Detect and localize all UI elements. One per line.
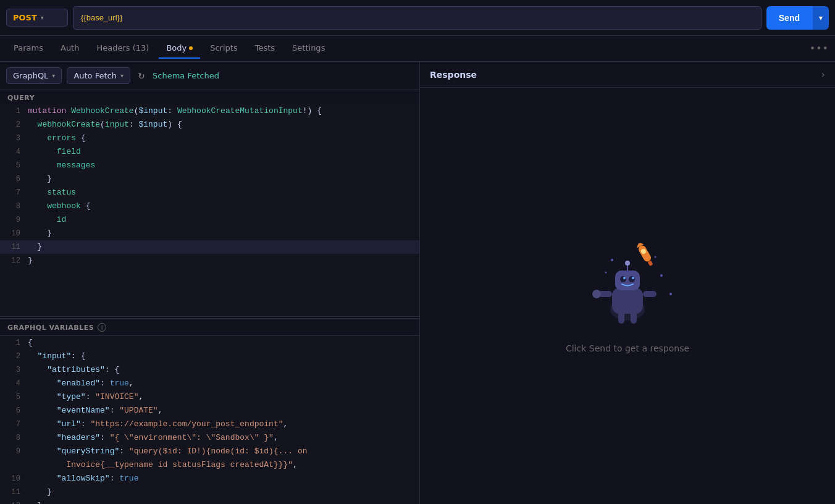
tab-tests[interactable]: Tests — [248, 38, 282, 59]
response-title: Response — [430, 70, 477, 80]
tab-settings-label: Settings — [292, 43, 325, 52]
robot-illustration — [575, 238, 680, 331]
schema-fetched-label: Schema Fetched — [153, 71, 219, 80]
query-line-9: 9 id — [0, 213, 419, 227]
auto-fetch-button[interactable]: Auto Fetch ▾ — [67, 67, 130, 84]
query-editor[interactable]: 1 mutation WebhookCreate($input: Webhook… — [0, 104, 419, 316]
svg-rect-5 — [643, 291, 657, 297]
tab-settings[interactable]: Settings — [285, 38, 332, 59]
auto-fetch-label: Auto Fetch — [73, 71, 117, 80]
var-line-1: 1 { — [0, 336, 419, 350]
svg-point-8 — [620, 276, 626, 282]
query-line-2: 2 webhookCreate(input: $input) { — [0, 118, 419, 132]
main-area: GraphQL ▾ Auto Fetch ▾ ↻ Schema Fetched … — [0, 62, 835, 504]
query-line-1: 1 mutation WebhookCreate($input: Webhook… — [0, 104, 419, 118]
svg-point-21 — [669, 293, 672, 295]
query-line-10: 10 } — [0, 227, 419, 240]
tab-scripts[interactable]: Scripts — [203, 38, 245, 59]
send-dropdown-button[interactable]: ▾ — [812, 6, 829, 30]
svg-point-19 — [655, 256, 657, 258]
tabs-more-button[interactable]: ••• — [810, 43, 829, 54]
click-send-label: Click Send to get a response — [566, 343, 689, 353]
var-line-9a: 9 "queryString": "query($id: ID!){node(i… — [0, 445, 419, 458]
svg-rect-7 — [615, 271, 640, 290]
response-expand-icon[interactable]: › — [821, 69, 825, 80]
var-line-4: 4 "enabled": true, — [0, 377, 419, 390]
var-line-12: 12 } — [0, 499, 419, 504]
variables-label: GRAPHQL VARIABLES — [7, 324, 94, 332]
send-button[interactable]: Send — [766, 6, 812, 30]
svg-rect-3 — [612, 288, 643, 314]
query-section-label: QUERY — [0, 90, 419, 104]
query-line-8: 8 webhook { — [0, 200, 419, 213]
response-header: Response › — [420, 62, 835, 88]
var-line-2: 2 "input": { — [0, 350, 419, 363]
body-toolbar: GraphQL ▾ Auto Fetch ▾ ↻ Schema Fetched — [0, 62, 419, 90]
url-input[interactable] — [73, 6, 762, 30]
var-line-6: 6 "eventName": "UPDATE", — [0, 404, 419, 418]
query-line-3: 3 errors { — [0, 132, 419, 145]
query-line-6: 6 } — [0, 172, 419, 186]
auto-fetch-chevron-icon: ▾ — [120, 72, 124, 79]
tab-body-label: Body — [166, 43, 187, 52]
variables-editor[interactable]: 1 { 2 "input": { 3 "attributes": { 4 "en… — [0, 336, 419, 504]
query-line-4: 4 field — [0, 145, 419, 159]
response-empty-state: Click Send to get a response — [420, 88, 835, 504]
tab-params[interactable]: Params — [6, 38, 51, 59]
query-line-11: 11 } — [0, 240, 419, 254]
var-line-3: 3 "attributes": { — [0, 363, 419, 377]
tab-auth[interactable]: Auth — [53, 38, 86, 59]
query-line-7: 7 status — [0, 186, 419, 200]
graphql-label: GraphQL — [13, 71, 48, 80]
var-line-8: 8 "headers": "{ \"environment\": \"Sandb… — [0, 431, 419, 445]
refresh-button[interactable]: ↻ — [135, 69, 148, 83]
method-label: POST — [13, 13, 37, 22]
send-button-group: Send ▾ — [766, 6, 829, 30]
tab-headers[interactable]: Headers (13) — [89, 38, 156, 59]
tab-body-dot — [189, 46, 193, 50]
query-line-12: 12 } — [0, 254, 419, 267]
method-selector[interactable]: POST ▾ — [6, 9, 68, 27]
query-line-5: 5 messages — [0, 159, 419, 172]
method-chevron-icon: ▾ — [41, 14, 44, 21]
graphql-selector[interactable]: GraphQL ▾ — [6, 67, 62, 84]
info-icon[interactable]: i — [98, 323, 106, 332]
svg-point-10 — [623, 277, 626, 279]
var-line-5: 5 "type": "INVOICE", — [0, 390, 419, 404]
tab-tests-label: Tests — [255, 43, 275, 52]
tab-auth-label: Auth — [61, 43, 79, 52]
var-line-10: 10 "allowSkip": true — [0, 472, 419, 485]
right-panel: Response › — [420, 62, 835, 504]
svg-point-18 — [660, 274, 663, 277]
tab-headers-label: Headers (13) — [96, 43, 149, 52]
variables-section: GRAPHQL VARIABLES i 1 { 2 "input": { 3 "… — [0, 319, 419, 504]
var-line-11: 11 } — [0, 485, 419, 499]
left-panel: GraphQL ▾ Auto Fetch ▾ ↻ Schema Fetched … — [0, 62, 420, 504]
svg-point-9 — [629, 276, 635, 282]
var-line-9b: Invoice{__typename id statusFlags create… — [0, 458, 419, 472]
tab-body[interactable]: Body — [159, 38, 200, 59]
svg-point-13 — [625, 261, 630, 266]
svg-point-20 — [605, 272, 607, 274]
tabs-bar: Params Auth Headers (13) Body Scripts Te… — [0, 36, 835, 62]
url-bar: POST ▾ Send ▾ — [0, 0, 835, 36]
graphql-chevron-icon: ▾ — [52, 72, 55, 79]
var-line-7: 7 "url": "https://example.com/your_post_… — [0, 418, 419, 431]
svg-point-11 — [632, 277, 634, 279]
tab-params-label: Params — [14, 43, 43, 52]
svg-point-6 — [592, 290, 601, 298]
query-section: QUERY 1 mutation WebhookCreate($input: W… — [0, 90, 419, 316]
tab-scripts-label: Scripts — [210, 43, 237, 52]
svg-point-17 — [611, 259, 613, 261]
variables-header: GRAPHQL VARIABLES i — [0, 319, 419, 336]
